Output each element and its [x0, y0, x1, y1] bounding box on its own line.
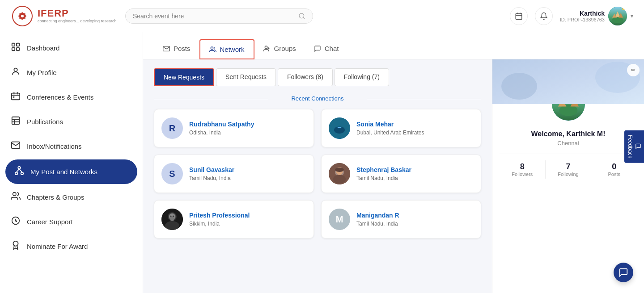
calendar-button[interactable]: [510, 7, 528, 25]
profile-city: Chennai: [500, 140, 637, 146]
sub-tab-new-requests-label: New Requests: [164, 74, 204, 81]
inbox-icon: [11, 140, 21, 152]
svg-point-53: [333, 175, 346, 184]
chat-fab-button[interactable]: [614, 263, 633, 282]
logo-sub: connecting engineers... developing resea…: [38, 19, 117, 24]
sidebar-item-my-post-networks[interactable]: My Post and Networks: [5, 159, 137, 184]
avatar-image: [329, 163, 350, 184]
connection-info: Stephenraj Baskar Tamil Nadu, India: [356, 166, 411, 181]
sub-tab-sent-requests[interactable]: Sent Requests: [216, 68, 276, 86]
sidebar-label-chapters-groups: Chapters & Groups: [27, 193, 84, 201]
list-item[interactable]: R Rudrabhanu Satpathy Odisha, India: [154, 109, 314, 147]
tab-chat-label: Chat: [325, 45, 339, 52]
logo-text: IFERP connecting engineers... developing…: [38, 8, 117, 23]
chat-tab-icon: [314, 45, 321, 52]
list-item[interactable]: M Manigandan R Tamil Nadu, India: [321, 200, 481, 239]
connection-name[interactable]: Sonia Mehar: [356, 121, 424, 128]
tab-chat[interactable]: Chat: [305, 39, 348, 59]
career-icon: [11, 216, 21, 228]
sidebar-item-publications[interactable]: Publications: [0, 109, 143, 134]
user-info[interactable]: Karthick ID: PROF-13896763: [560, 7, 633, 25]
chat-fab-icon: [619, 268, 628, 277]
followers-count: 8: [500, 162, 545, 172]
posts-count: 0: [591, 162, 637, 172]
sidebar-item-my-profile[interactable]: My Profile: [0, 60, 143, 85]
logo-main: IFERP: [38, 8, 117, 19]
edit-profile-button[interactable]: ✏: [627, 64, 640, 76]
tab-groups-label: Groups: [274, 45, 296, 52]
chevron-down-icon[interactable]: ▾: [631, 13, 633, 19]
bell-icon: [540, 12, 548, 20]
svg-point-35: [15, 172, 18, 175]
avatar: [329, 163, 350, 184]
list-item[interactable]: S Sunil Gavaskar Tamil Nadu, India: [154, 155, 314, 193]
sub-tab-new-requests[interactable]: New Requests: [154, 68, 214, 86]
svg-point-16: [612, 17, 623, 23]
followers-stat: 8 Followers: [500, 160, 546, 179]
sidebar-item-career-support[interactable]: Career Support: [0, 209, 143, 234]
sidebar-item-nominate[interactable]: Nominate For Award: [0, 234, 143, 259]
svg-point-59: [165, 221, 179, 230]
connection-name[interactable]: Pritesh Professional: [189, 212, 250, 219]
crown-icon: 👑: [621, 7, 627, 10]
user-details: Karthick ID: PROF-13896763: [560, 10, 605, 22]
connection-location: Tamil Nadu, India: [189, 175, 234, 181]
profile-welcome: Welcome, Karthick M!: [500, 130, 637, 138]
svg-line-37: [17, 169, 19, 172]
tab-groups[interactable]: Groups: [254, 39, 305, 59]
groups-tab-icon: [263, 45, 271, 52]
sidebar-label-dashboard: Dashboard: [27, 44, 59, 52]
svg-point-55: [335, 167, 344, 172]
profile-banner: ✏: [492, 59, 644, 104]
sub-tab-following[interactable]: Following (7): [335, 68, 389, 86]
logo-icon: [11, 4, 34, 28]
search-input[interactable]: [133, 13, 295, 20]
posts-label: Posts: [591, 172, 637, 177]
svg-rect-11: [516, 13, 522, 20]
main-content: Posts Network Groups: [143, 32, 644, 293]
notification-button[interactable]: [535, 7, 553, 25]
header: IFERP connecting engineers... developing…: [0, 0, 644, 32]
tab-network[interactable]: Network: [199, 39, 254, 59]
sidebar-item-dashboard[interactable]: Dashboard: [0, 36, 143, 60]
profile-info: Welcome, Karthick M! Chennai 8 Followers…: [492, 126, 644, 186]
avatar: [329, 117, 350, 139]
sidebar-item-conferences[interactable]: Conferences & Events: [0, 85, 143, 109]
connection-name[interactable]: Sunil Gavaskar: [189, 166, 234, 173]
award-icon: [11, 240, 21, 252]
tab-posts-label: Posts: [174, 45, 191, 52]
sidebar-label-career-support: Career Support: [27, 218, 73, 226]
connection-info: Rudrabhanu Satpathy Odisha, India: [189, 121, 254, 136]
tab-posts[interactable]: Posts: [154, 39, 199, 59]
list-item[interactable]: Sonia Mehar Dubai, United Arab Emirates: [321, 109, 481, 147]
connection-name[interactable]: Stephenraj Baskar: [356, 166, 411, 173]
list-item[interactable]: Stephenraj Baskar Tamil Nadu, India: [321, 155, 481, 193]
user-name: Karthick: [560, 10, 605, 17]
feedback-button[interactable]: Feedback: [624, 130, 644, 163]
sub-tab-sent-requests-label: Sent Requests: [225, 73, 267, 80]
svg-point-34: [18, 167, 21, 169]
connections-grid: R Rudrabhanu Satpathy Odisha, India: [154, 109, 481, 239]
search-bar[interactable]: [125, 8, 313, 24]
feedback-icon: [635, 143, 641, 150]
sidebar-label-nominate: Nominate For Award: [27, 243, 88, 250]
list-item[interactable]: Pritesh Professional Sikkim, India: [154, 200, 314, 239]
network-tab-icon: [209, 46, 216, 53]
connection-name[interactable]: Rudrabhanu Satpathy: [189, 121, 254, 128]
chapters-icon: [11, 191, 21, 203]
user-id: ID: PROF-13896763: [560, 17, 605, 22]
svg-point-65: [501, 73, 537, 100]
svg-point-44: [265, 46, 267, 48]
sidebar-item-chapters-groups[interactable]: Chapters & Groups: [0, 185, 143, 209]
profile-icon: [11, 67, 21, 79]
sidebar-item-inbox[interactable]: Inbox/Notifications: [0, 134, 143, 159]
avatar: 👑: [608, 7, 627, 25]
tab-network-label: Network: [220, 46, 245, 53]
svg-point-62: [170, 216, 172, 217]
calendar-icon: [515, 12, 523, 20]
logo: IFERP connecting engineers... developing…: [11, 4, 118, 28]
sub-tab-followers[interactable]: Followers (8): [278, 68, 333, 86]
connection-name[interactable]: Manigandan R: [356, 212, 399, 219]
connection-location: Tamil Nadu, India: [356, 175, 411, 181]
avatar: R: [161, 117, 183, 139]
